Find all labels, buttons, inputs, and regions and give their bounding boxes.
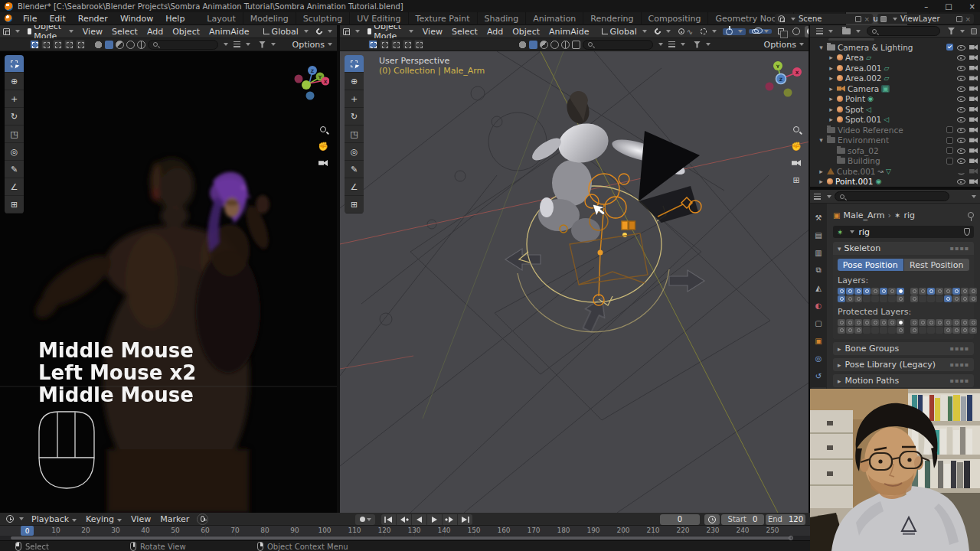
panel-pose-library-legacy-[interactable]: ▸Pose Library (Legacy)▪▪▪▪ [833,358,974,371]
select-mode-extend[interactable] [41,40,51,49]
mode-icon-5[interactable] [137,41,145,49]
camera-toggle-icon[interactable] [969,127,978,133]
filter-type-button[interactable] [230,41,253,47]
outliner-row-point[interactable]: ▸Point◉ [810,94,980,105]
skeleton-panel-header[interactable]: ▾Skeleton▪▪▪▪ [833,242,974,255]
viewport-menu-add[interactable]: Add [142,27,168,37]
breadcrumb-data[interactable]: rig [903,210,915,220]
layer-toggle[interactable] [910,295,918,302]
viewlayer-selector[interactable]: ViewLayer × [877,14,974,24]
camera-toggle-icon[interactable] [969,158,978,164]
fake-user-shield-icon[interactable] [964,228,970,236]
play-reverse-button[interactable] [412,514,426,525]
eye-icon[interactable] [957,105,965,113]
frame-end-field[interactable]: End120 [766,514,805,525]
layer-toggle[interactable] [927,295,935,302]
object-tab-icon[interactable]: ▣ [811,334,826,347]
layer-toggle[interactable] [846,288,854,295]
play-button[interactable] [427,514,442,525]
viewport-main[interactable]: Object Mode ViewSelectAddObjectAnimAide … [340,25,810,513]
transform-tool[interactable]: ◎ [345,143,364,161]
layer-toggle[interactable] [863,288,871,295]
viewport-menu-animaide[interactable]: AnimAide [544,27,594,37]
editor-type-button[interactable] [0,28,23,35]
layer-toggle[interactable] [838,295,845,302]
outliner-search-input[interactable] [867,26,940,36]
expand-arrow-icon[interactable]: ▸ [828,54,835,61]
workspace-tab-shading[interactable]: Shading [478,12,527,25]
protected-layer-toggle[interactable] [880,327,887,334]
protected-layer-toggle[interactable] [961,327,969,334]
protected-layer-toggle[interactable] [936,319,943,326]
orientation-selector[interactable]: Global [599,27,650,37]
camera-view-icon[interactable] [790,157,802,169]
current-frame-indicator[interactable]: 0 [21,526,34,536]
viewport-rendered[interactable]: Object Mode ViewSelectAddObjectAnimAide … [0,25,338,513]
protected-layer-toggle[interactable] [863,327,871,334]
select-mode-new[interactable] [368,40,377,49]
collection-checkbox[interactable] [946,137,953,144]
tool-tab-icon[interactable]: ⚒ [811,211,826,223]
pan-hand-icon[interactable]: ✊ [317,140,329,152]
layer-toggle[interactable] [846,295,854,302]
output-tab-icon[interactable]: ▥ [811,246,826,259]
camera-toggle-icon[interactable] [969,44,978,51]
mode-icon-5[interactable] [561,41,570,49]
protected-layer-toggle[interactable] [919,327,926,334]
protected-layer-toggle[interactable] [846,319,854,326]
auto-keying-clock-icon[interactable] [197,514,208,525]
select-mode-invert[interactable] [64,40,74,49]
protected-layer-toggle[interactable] [888,327,896,334]
select-mode-invert[interactable] [403,40,412,49]
pin-icon[interactable] [968,212,974,218]
eye-icon[interactable] [957,64,965,72]
annotate-tool[interactable]: ✎ [345,161,364,178]
panel-bone-groups[interactable]: ▸Bone Groups▪▪▪▪ [833,342,974,355]
arealight-badge-icon[interactable]: ▱ [884,64,890,72]
options-button[interactable]: Options [764,40,804,50]
workspace-tab-sculpting[interactable]: Sculpting [296,12,350,25]
protected-layer-toggle[interactable] [927,327,935,334]
protected-layer-toggle[interactable] [871,319,879,326]
expand-arrow-icon[interactable]: ▸ [828,64,835,72]
expand-arrow-icon[interactable]: ▸ [828,116,835,123]
zoom-icon[interactable] [790,123,802,135]
camera-view-icon[interactable] [317,157,329,169]
workspace-tab-uv-editing[interactable]: UV Editing [350,12,408,25]
panel-motion-paths[interactable]: ▸Motion Paths▪▪▪▪ [833,374,974,387]
layer-toggle[interactable] [936,295,943,302]
expand-arrow-icon[interactable]: ▸ [828,85,835,93]
arealight-badge-icon[interactable]: ▱ [866,54,871,61]
collection-checkbox[interactable] [946,158,953,165]
layer-toggle[interactable] [897,295,904,302]
spotlight-badge-icon[interactable]: ◁ [866,106,871,113]
menu-help[interactable]: Help [159,12,191,25]
expand-arrow-icon[interactable]: ▸ [828,74,835,82]
annotate-tool[interactable]: ✎ [5,161,24,178]
jump-to-start-button[interactable] [381,514,396,525]
layer-toggle[interactable] [969,288,977,295]
anim-badge-icon[interactable]: ↝ [878,168,884,175]
constraints-tab-icon[interactable]: ↺ [811,370,826,382]
mode-icon-2[interactable] [105,41,113,49]
layer-toggle[interactable] [871,288,879,295]
layer-toggle[interactable] [888,288,896,295]
outliner-filter-collection[interactable] [839,28,864,34]
mode-icon-4[interactable] [126,41,135,49]
camera-toggle-icon[interactable] [969,168,978,174]
transform-tool[interactable]: ◎ [5,143,24,161]
cursor-tool[interactable]: ⊕ [345,73,364,90]
spotlight-badge-icon[interactable]: ◁ [884,116,889,123]
camera-toggle-icon[interactable] [969,137,978,143]
eye-icon[interactable] [957,136,965,145]
layer-toggle[interactable] [880,288,887,295]
layer-toggle[interactable] [897,288,904,295]
protected-layer-toggle[interactable] [944,319,952,326]
outliner-row-building[interactable]: Building [810,156,980,167]
proportional-editing-toggle[interactable]: ∿ [675,28,696,36]
auto-keying-record-button[interactable] [355,514,375,525]
workspace-tab-compositing[interactable]: Compositing [642,12,709,25]
zoom-icon[interactable] [317,123,329,135]
pointlight-badge-icon[interactable]: ◉ [867,95,874,103]
shading-solid-button[interactable] [805,26,810,37]
